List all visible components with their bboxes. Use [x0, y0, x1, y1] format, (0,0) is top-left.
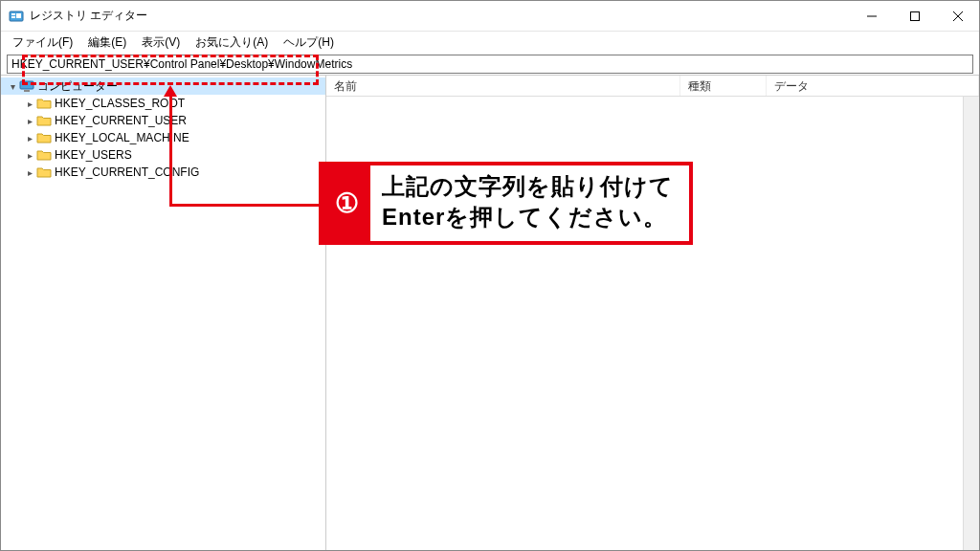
list-panel[interactable]: 名前 種類 データ: [326, 76, 979, 550]
tree-item[interactable]: ▸HKEY_CURRENT_USER: [1, 112, 325, 129]
svg-rect-3: [16, 13, 21, 18]
close-button[interactable]: [936, 1, 979, 32]
tree-root-computer[interactable]: ▾ コンピューター: [1, 77, 325, 95]
addressbar: [1, 53, 979, 76]
tree-label: HKEY_CLASSES_ROOT: [55, 97, 185, 110]
chevron-right-icon[interactable]: ▸: [24, 167, 35, 178]
maximize-button[interactable]: [893, 1, 936, 32]
address-input[interactable]: [7, 55, 973, 74]
folder-icon: [36, 147, 52, 163]
menu-favorites[interactable]: お気に入り(A): [189, 33, 274, 53]
annotation-callout: ① 上記の文字列を貼り付けて Enterを押してください。: [319, 162, 693, 245]
svg-rect-1: [11, 13, 15, 15]
svg-rect-5: [910, 12, 919, 21]
chevron-right-icon[interactable]: ▸: [24, 133, 35, 143]
svg-rect-8: [20, 81, 33, 89]
chevron-right-icon[interactable]: ▸: [24, 116, 35, 126]
tree-label: HKEY_LOCAL_MACHINE: [55, 131, 189, 144]
tree-panel[interactable]: ▾ コンピューター ▸HKEY_CLASSES_ROOT▸HKEY_CURREN…: [1, 76, 326, 550]
annotation-text: 上記の文字列を貼り付けて Enterを押してください。: [370, 165, 689, 241]
menu-view[interactable]: 表示(V): [136, 33, 186, 53]
tree-label: コンピューター: [37, 78, 118, 95]
chevron-right-icon[interactable]: ▸: [24, 150, 35, 161]
window-title: レジストリ エディター: [30, 8, 850, 24]
svg-rect-2: [11, 16, 15, 18]
minimize-button[interactable]: [850, 1, 893, 32]
column-name[interactable]: 名前: [326, 76, 680, 96]
tree-label: HKEY_CURRENT_USER: [55, 114, 187, 127]
column-data[interactable]: データ: [767, 76, 979, 96]
svg-rect-9: [24, 90, 30, 92]
tree-label: HKEY_USERS: [55, 148, 132, 162]
menu-help[interactable]: ヘルプ(H): [278, 33, 340, 53]
menu-file[interactable]: ファイル(F): [7, 33, 78, 53]
folder-icon: [36, 96, 52, 111]
chevron-down-icon[interactable]: ▾: [7, 81, 18, 92]
annotation-number: ①: [323, 165, 370, 241]
chevron-right-icon[interactable]: ▸: [24, 99, 35, 109]
content-area: ▾ コンピューター ▸HKEY_CLASSES_ROOT▸HKEY_CURREN…: [1, 76, 979, 550]
folder-icon: [36, 130, 52, 145]
regedit-icon: [9, 9, 24, 24]
tree-label: HKEY_CURRENT_CONFIG: [55, 165, 199, 179]
folder-icon: [36, 165, 52, 180]
titlebar: レジストリ エディター: [1, 1, 979, 32]
scrollbar-vertical[interactable]: [963, 97, 979, 550]
tree-item[interactable]: ▸HKEY_CLASSES_ROOT: [1, 95, 325, 112]
menubar: ファイル(F) 編集(E) 表示(V) お気に入り(A) ヘルプ(H): [1, 32, 979, 53]
window-controls: [850, 1, 979, 31]
list-header: 名前 種類 データ: [326, 76, 979, 97]
column-type[interactable]: 種類: [680, 76, 767, 96]
folder-icon: [36, 113, 52, 128]
tree-item[interactable]: ▸HKEY_CURRENT_CONFIG: [1, 164, 325, 181]
tree-item[interactable]: ▸HKEY_LOCAL_MACHINE: [1, 129, 325, 146]
computer-icon: [19, 78, 34, 94]
tree-item[interactable]: ▸HKEY_USERS: [1, 146, 325, 164]
menu-edit[interactable]: 編集(E): [82, 33, 132, 53]
